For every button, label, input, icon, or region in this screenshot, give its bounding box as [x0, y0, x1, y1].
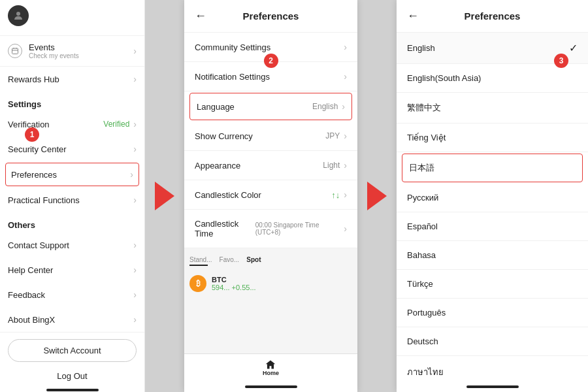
lang-item-thai[interactable]: ภาษาไทย: [397, 356, 588, 382]
lang-item-traditional-chinese[interactable]: 繁體中文: [397, 93, 588, 123]
lang-label-bahasa: Bahasa: [407, 250, 436, 260]
verification-chevron: ›: [133, 119, 137, 129]
crypto-row: ₿ BTC 594... +0.55...: [189, 271, 352, 296]
right-panel: ← Preferences English ✓ English(South As…: [397, 0, 588, 392]
rewards-hub-label: Rewards Hub: [8, 74, 59, 84]
lang-label-japanese: 日本語: [409, 162, 434, 174]
spot-tab-indicator: [189, 265, 208, 266]
security-center-item[interactable]: Security Center ›: [0, 137, 144, 161]
preferences-chevron: ›: [130, 169, 133, 180]
avatar: [8, 5, 29, 26]
right-panel-header: ← Preferences: [397, 0, 588, 33]
events-title: Events: [29, 42, 133, 52]
lang-item-russian[interactable]: Русский: [397, 184, 588, 212]
language-value: English: [312, 102, 338, 111]
about-bingx-item[interactable]: About BingX ›: [0, 307, 144, 332]
community-settings-label: Community Settings: [195, 42, 270, 52]
badge-1: 1: [25, 127, 39, 142]
security-center-chevron: ›: [133, 144, 137, 154]
arrow-right-2: [367, 182, 387, 210]
candlestick-color-right: ↑↓ ›: [331, 189, 347, 200]
middle-panel: ← Preferences Community Settings › Notif…: [184, 0, 357, 392]
lang-item-japanese[interactable]: 日本語: [402, 154, 583, 182]
lang-label-spanish: Español: [407, 221, 438, 231]
contact-support-label: Contact Support: [8, 240, 69, 250]
home-bar-middle: [245, 385, 297, 388]
lang-item-spanish[interactable]: Español: [397, 212, 588, 241]
candlestick-color-item[interactable]: Candlestick Color ↑↓ ›: [184, 180, 357, 210]
candlestick-time-item[interactable]: Candlestick Time 00:00 Singapore Time (U…: [184, 210, 357, 248]
language-chevron: ›: [342, 101, 345, 112]
feedback-item[interactable]: Feedback ›: [0, 282, 144, 307]
lang-item-vietnamese[interactable]: Tiếng Việt: [397, 123, 588, 152]
lang-item-bahasa[interactable]: Bahasa: [397, 241, 588, 270]
candlestick-time-label: Candlestick Time: [195, 219, 255, 238]
btc-icon: ₿: [189, 275, 206, 292]
bottom-nav-middle: Home: [184, 353, 357, 382]
lang-label-english: English: [407, 43, 435, 53]
candlestick-time-right: 00:00 Singapore Time (UTC+8) ›: [255, 221, 347, 236]
lang-label-vietnamese: Tiếng Việt: [407, 133, 446, 142]
crypto-name: BTC: [212, 276, 352, 284]
badge-circle-1: 1: [25, 127, 39, 142]
middle-back-button[interactable]: ←: [195, 9, 206, 23]
home-nav-icon: [265, 359, 276, 370]
home-bar-left: [46, 389, 99, 391]
appearance-item[interactable]: Appearance Light ›: [184, 151, 357, 180]
candlestick-color-label: Candlestick Color: [195, 190, 261, 200]
left-panel: Events Check my events › Rewards Hub › S…: [0, 0, 145, 392]
show-currency-chevron: ›: [344, 131, 347, 141]
lang-item-german[interactable]: Deutsch: [397, 327, 588, 356]
language-label: Language: [197, 102, 235, 112]
preferences-item[interactable]: Preferences ›: [5, 163, 139, 186]
badge-circle-2: 2: [264, 54, 278, 68]
lang-item-english-south-asia[interactable]: English(South Asia): [397, 64, 588, 93]
right-back-button[interactable]: ←: [407, 9, 419, 23]
contact-support-item[interactable]: Contact Support ›: [0, 233, 144, 257]
contact-support-chevron: ›: [133, 240, 137, 250]
show-currency-item[interactable]: Show Currency JPY ›: [184, 122, 357, 151]
help-center-item[interactable]: Help Center ›: [0, 257, 144, 282]
events-chevron: ›: [133, 46, 137, 56]
language-item[interactable]: Language English ›: [189, 93, 352, 120]
appearance-chevron: ›: [344, 160, 347, 171]
practical-functions-item[interactable]: Practical Functions ›: [0, 188, 144, 212]
show-currency-value: JPY: [325, 131, 340, 140]
verification-item[interactable]: Verification Verified ›: [0, 112, 144, 137]
rewards-hub-item[interactable]: Rewards Hub ›: [0, 67, 144, 91]
events-subtitle: Check my events: [29, 52, 133, 59]
arrow-connector-2: [357, 0, 397, 392]
badge-2: 2: [264, 54, 278, 68]
lang-label-turkish: Türkçe: [407, 279, 433, 289]
events-menu-item[interactable]: Events Check my events ›: [0, 36, 144, 67]
middle-panel-header: ← Preferences: [184, 0, 357, 33]
language-right: English ›: [312, 101, 345, 112]
badge-3: 3: [554, 54, 568, 68]
lang-item-portuguese[interactable]: Português: [397, 299, 588, 327]
practical-functions-label: Practical Functions: [8, 195, 80, 205]
others-header: Others: [0, 212, 144, 233]
feedback-label: Feedback: [8, 290, 45, 300]
switch-account-button[interactable]: Switch Account: [8, 339, 137, 362]
preferences-label: Preferences: [11, 170, 57, 180]
rewards-hub-chevron: ›: [133, 74, 137, 84]
lang-item-turkish[interactable]: Türkçe: [397, 270, 588, 299]
settings-header: Settings: [0, 91, 144, 112]
appearance-right: Light ›: [323, 160, 347, 171]
verification-right: Verified ›: [103, 119, 137, 129]
lang-label-traditional-chinese: 繁體中文: [407, 102, 441, 114]
candlestick-time-chevron: ›: [344, 223, 347, 234]
checkmark-english: ✓: [569, 42, 578, 54]
lang-label-english-south-asia: English(South Asia): [407, 73, 481, 83]
home-nav-item[interactable]: Home: [263, 359, 279, 376]
home-bar-right: [466, 385, 519, 388]
practical-functions-chevron: ›: [133, 195, 137, 205]
left-bottom-section: Switch Account Log Out: [0, 332, 144, 392]
svg-point-0: [16, 12, 20, 16]
arrow-right-1: [155, 182, 174, 210]
right-panel-title: Preferences: [465, 10, 521, 22]
help-center-label: Help Center: [8, 265, 53, 275]
log-out-button[interactable]: Log Out: [8, 367, 137, 385]
security-center-label: Security Center: [8, 144, 67, 154]
appearance-value: Light: [323, 161, 340, 170]
